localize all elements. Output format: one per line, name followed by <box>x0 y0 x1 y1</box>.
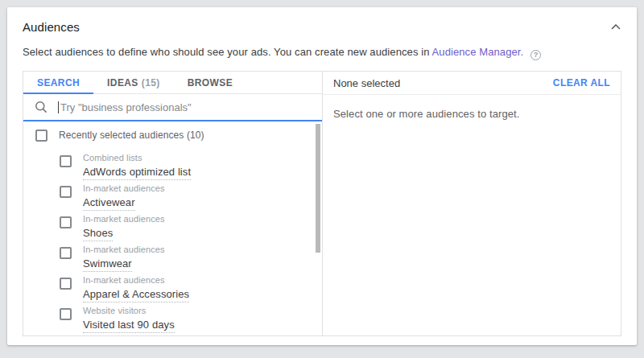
audience-list: Recently selected audiences (10) Combine… <box>23 121 322 335</box>
audience-name: Apparel & Accessories <box>83 288 189 302</box>
audience-category: In-market audiences <box>83 275 165 285</box>
group-header-label: Recently selected audiences (10) <box>59 130 204 141</box>
selection-header: None selected CLEAR ALL <box>323 72 621 95</box>
group-checkbox[interactable] <box>35 130 47 142</box>
audience-category: In-market audiences <box>83 214 165 224</box>
audience-checkbox[interactable] <box>60 247 72 259</box>
audience-search-panel: SEARCH IDEAS (15) BROWSE <box>23 72 323 335</box>
audience-checkbox[interactable] <box>60 278 72 290</box>
audience-list-item[interactable]: In-market audiences <box>23 332 322 335</box>
audience-text: In-market audiences Activewear <box>83 180 165 211</box>
audience-checkbox[interactable] <box>60 216 72 228</box>
tab-ideas[interactable]: IDEAS (15) <box>93 72 174 93</box>
tab-label: IDEAS <box>107 77 138 88</box>
audience-name: Visited last 90 days <box>83 319 175 333</box>
audience-text: Combined lists AdWords optimized list <box>83 150 191 180</box>
audience-category: Website visitors <box>83 306 146 315</box>
audience-name: AdWords optimized list <box>83 166 191 180</box>
audience-items: Combined lists AdWords optimized list In… <box>23 149 322 335</box>
audience-name: Swimwear <box>83 257 132 272</box>
tab-bar: SEARCH IDEAS (15) BROWSE <box>23 72 322 94</box>
selection-status: None selected <box>333 77 400 89</box>
search-bar <box>23 94 322 121</box>
audience-list-item[interactable]: Combined lists AdWords optimized list <box>23 149 322 179</box>
page-background: Audiences Select audiences to define who… <box>0 0 644 358</box>
audience-text: In-market audiences Swimwear <box>83 241 165 272</box>
audience-text: In-market audiences <box>83 333 165 335</box>
collapse-panel-button[interactable] <box>608 19 624 35</box>
audience-text: Website visitors Visited last 90 days <box>83 302 175 333</box>
audience-category: In-market audiences <box>83 183 165 193</box>
audience-text: In-market audiences Apparel & Accessorie… <box>83 272 189 302</box>
tab-search[interactable]: SEARCH <box>23 72 93 93</box>
audience-text: In-market audiences Shoes <box>83 211 165 241</box>
audience-checkbox[interactable] <box>60 155 72 167</box>
audience-checkbox[interactable] <box>60 186 72 198</box>
description-text: Select audiences to define who should se… <box>23 46 432 58</box>
audience-list-item[interactable]: In-market audiences Shoes <box>23 210 322 241</box>
audience-checkbox[interactable] <box>60 308 72 320</box>
audience-search-input[interactable] <box>60 101 311 113</box>
audience-picker: SEARCH IDEAS (15) BROWSE <box>23 71 621 336</box>
audiences-card: Audiences Select audiences to define who… <box>7 7 637 345</box>
selection-empty-message: Select one or more audiences to target. <box>323 95 621 133</box>
panel-title: Audiences <box>23 20 80 34</box>
tab-browse[interactable]: BROWSE <box>174 72 246 93</box>
selected-audiences-panel: None selected CLEAR ALL Select one or mo… <box>323 72 621 335</box>
help-icon[interactable]: ? <box>530 50 541 60</box>
tab-label: BROWSE <box>188 77 233 88</box>
audience-list-item[interactable]: Website visitors Visited last 90 days <box>23 302 322 332</box>
audience-category: In-market audiences <box>83 245 165 254</box>
audience-name: Shoes <box>83 227 113 241</box>
search-icon <box>35 101 47 113</box>
audience-list-item[interactable]: In-market audiences Apparel & Accessorie… <box>23 271 322 302</box>
scrollbar-thumb[interactable] <box>316 124 320 253</box>
tab-count: (15) <box>142 77 160 88</box>
panel-description: Select audiences to define who should se… <box>23 46 541 60</box>
audience-list-item[interactable]: In-market audiences Swimwear <box>23 241 322 271</box>
audience-manager-link[interactable]: Audience Manager. <box>432 46 524 58</box>
chevron-up-icon <box>611 24 621 30</box>
audience-list-item[interactable]: In-market audiences Activewear <box>23 179 322 210</box>
audience-category: Combined lists <box>83 153 142 163</box>
text-caret <box>58 101 59 113</box>
tab-label: SEARCH <box>37 77 80 88</box>
clear-all-button[interactable]: CLEAR ALL <box>553 77 610 88</box>
audience-name: Activewear <box>83 196 135 211</box>
audience-group-header[interactable]: Recently selected audiences (10) <box>23 121 322 149</box>
